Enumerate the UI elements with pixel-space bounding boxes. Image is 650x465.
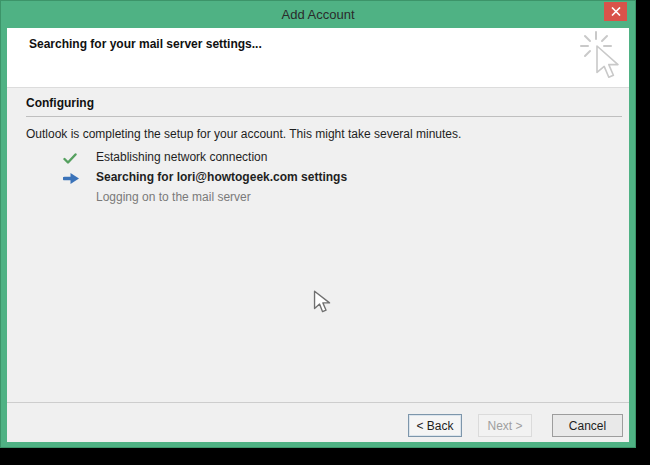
next-button[interactable]: Next > <box>478 414 532 437</box>
step-label: Establishing network connection <box>96 150 267 164</box>
step-network-connection: Establishing network connection <box>7 148 629 168</box>
step-label: Logging on to the mail server <box>96 190 251 204</box>
step-label: Searching for lori@howtogeek.com setting… <box>96 170 347 184</box>
section-title: Configuring <box>26 96 94 110</box>
titlebar: Add Account <box>1 1 635 28</box>
progress-steps: Establishing network connection Searchin… <box>7 148 629 208</box>
back-button[interactable]: < Back <box>408 414 462 437</box>
click-sparkle-icon <box>580 30 622 89</box>
section-divider <box>26 116 622 117</box>
dialog-body: Searching for your mail server settings.… <box>7 28 629 442</box>
close-icon <box>611 4 621 19</box>
wizard-header: Searching for your mail server settings.… <box>7 28 629 88</box>
step-searching-settings: Searching for lori@howtogeek.com setting… <box>7 168 629 188</box>
setup-description: Outlook is completing the setup for your… <box>26 127 461 141</box>
cancel-button[interactable]: Cancel <box>552 414 623 437</box>
check-icon <box>63 151 83 165</box>
close-button[interactable] <box>604 2 627 21</box>
window-title: Add Account <box>1 1 635 28</box>
arrow-right-icon <box>63 171 83 185</box>
mouse-cursor-icon <box>313 290 332 319</box>
add-account-dialog: Add Account Searching for your mail serv… <box>0 0 636 448</box>
button-area-divider <box>7 402 629 403</box>
step-logging-on: Logging on to the mail server <box>7 188 629 208</box>
wizard-header-title: Searching for your mail server settings.… <box>29 37 262 51</box>
